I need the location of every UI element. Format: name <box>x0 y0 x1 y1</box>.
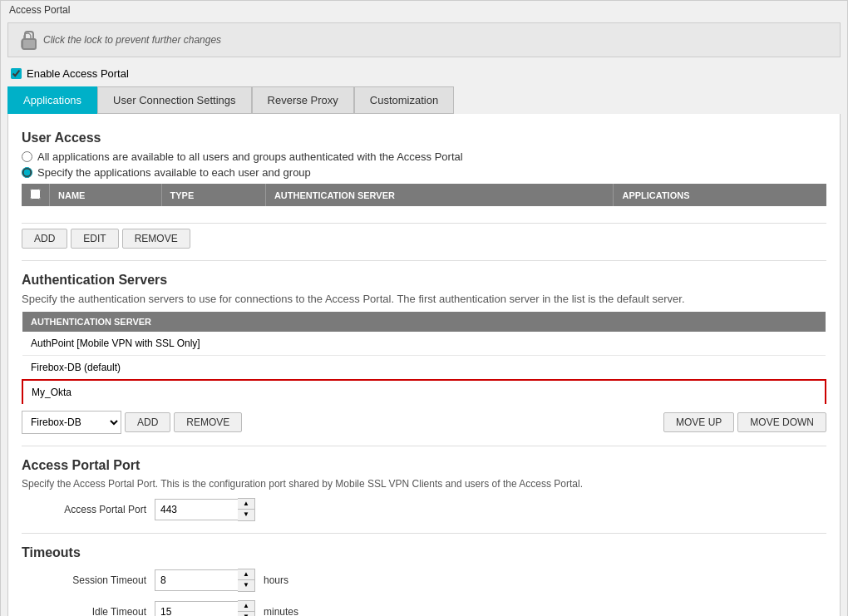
radio-all-apps: All applications are available to all us… <box>22 150 826 163</box>
tab-bar: Applications User Connection Settings Re… <box>7 86 841 114</box>
radio-specify-apps: Specify the applications available to ea… <box>22 166 826 179</box>
auth-row-selected[interactable]: My_Okta <box>22 380 826 404</box>
divider-1 <box>22 260 826 261</box>
auth-servers-section: Authentication Servers Specify the authe… <box>22 273 826 434</box>
enable-label[interactable]: Enable Access Portal <box>27 67 129 80</box>
auth-controls-left: Firebox-DB AuthPoint My_Okta ADD REMOVE <box>22 411 242 434</box>
idle-spin-buttons: ▲ ▼ <box>238 600 255 617</box>
svg-rect-0 <box>22 40 33 48</box>
port-spin-buttons: ▲ ▼ <box>238 498 255 521</box>
user-access-title: User Access <box>22 131 826 145</box>
session-timeout-row: Session Timeout 8 ▲ ▼ hours <box>22 569 826 592</box>
tab-customization[interactable]: Customization <box>354 86 454 114</box>
timeouts-section: Timeouts Session Timeout 8 ▲ ▼ hours Idl… <box>22 545 826 617</box>
auth-remove-button[interactable]: REMOVE <box>174 412 242 432</box>
col-auth-server: AUTHENTICATION SERVER <box>265 184 614 206</box>
col-type: TYPE <box>161 184 265 206</box>
auth-row[interactable]: Firebox-DB (default) <box>22 355 826 380</box>
app-title: Access Portal <box>1 1 847 19</box>
move-up-button[interactable]: MOVE UP <box>663 412 734 432</box>
idle-timeout-input[interactable]: 15 <box>155 601 238 617</box>
port-increment[interactable]: ▲ <box>238 499 254 510</box>
user-access-buttons: ADD EDIT REMOVE <box>22 229 826 249</box>
remove-user-button[interactable]: REMOVE <box>122 229 190 249</box>
idle-increment[interactable]: ▲ <box>238 601 254 612</box>
col-auth-server-header: AUTHENTICATION SERVER <box>22 312 826 332</box>
lock-icon <box>18 30 37 50</box>
divider-2 <box>22 446 826 446</box>
auth-row-fireboxdb: Firebox-DB (default) <box>22 355 826 380</box>
auth-servers-title: Authentication Servers <box>22 273 826 288</box>
radio-all-apps-label: All applications are available to all us… <box>37 150 463 163</box>
radio-specify-apps-label: Specify the applications available to ea… <box>37 166 311 179</box>
port-spin-input: 443 ▲ ▼ <box>155 498 255 521</box>
add-user-button[interactable]: ADD <box>22 229 67 249</box>
col-applications: APPLICATIONS <box>614 184 826 206</box>
auth-servers-table: AUTHENTICATION SERVER AuthPoint [Mobile … <box>22 312 826 404</box>
port-desc: Specify the Access Portal Port. This is … <box>22 478 826 490</box>
divider-3 <box>22 533 826 534</box>
session-timeout-label: Session Timeout <box>47 574 146 586</box>
auth-row[interactable]: AuthPoint [Mobile VPN with SSL Only] <box>22 332 826 356</box>
idle-unit: minutes <box>264 606 298 617</box>
select-all-checkbox[interactable] <box>30 189 41 200</box>
timeouts-title: Timeouts <box>22 545 826 560</box>
auth-row-authpoint: AuthPoint [Mobile VPN with SSL Only] <box>22 332 826 356</box>
tab-reverse-proxy[interactable]: Reverse Proxy <box>252 86 354 114</box>
idle-spin-input: 15 ▲ ▼ <box>155 600 255 617</box>
col-name: NAME <box>50 184 162 206</box>
main-content: User Access All applications are availab… <box>7 114 841 616</box>
session-unit: hours <box>264 574 288 586</box>
auth-controls-right: MOVE UP MOVE DOWN <box>663 412 826 432</box>
user-access-table: NAME TYPE AUTHENTICATION SERVER APPLICAT… <box>22 184 826 224</box>
session-timeout-input[interactable]: 8 <box>155 569 238 591</box>
tab-applications[interactable]: Applications <box>7 86 97 114</box>
move-down-button[interactable]: MOVE DOWN <box>737 412 826 432</box>
edit-user-button[interactable]: EDIT <box>71 229 118 249</box>
port-decrement[interactable]: ▼ <box>238 510 254 520</box>
port-form-row: Access Portal Port 443 ▲ ▼ <box>22 498 826 521</box>
lock-bar-text: Click the lock to prevent further change… <box>43 34 221 46</box>
session-decrement[interactable]: ▼ <box>238 580 254 591</box>
idle-timeout-row: Idle Timeout 15 ▲ ▼ minutes <box>22 600 826 617</box>
radio-all-apps-input[interactable] <box>22 151 32 162</box>
session-increment[interactable]: ▲ <box>238 569 254 580</box>
idle-decrement[interactable]: ▼ <box>238 612 254 617</box>
user-access-section: User Access All applications are availab… <box>22 131 826 249</box>
tab-user-connection-settings[interactable]: User Connection Settings <box>97 86 251 114</box>
enable-row: Enable Access Portal <box>1 61 847 86</box>
lock-bar[interactable]: Click the lock to prevent further change… <box>7 22 841 57</box>
auth-row-myokta: My_Okta <box>22 380 826 404</box>
auth-server-select[interactable]: Firebox-DB AuthPoint My_Okta <box>22 411 121 434</box>
port-label: Access Portal Port <box>47 504 146 515</box>
port-title: Access Portal Port <box>22 458 826 473</box>
auth-servers-desc: Specify the authentication servers to us… <box>22 293 826 305</box>
session-spin-input: 8 ▲ ▼ <box>155 569 255 592</box>
port-input[interactable]: 443 <box>155 499 238 520</box>
radio-specify-apps-input[interactable] <box>22 167 32 178</box>
session-spin-buttons: ▲ ▼ <box>238 569 255 592</box>
idle-timeout-label: Idle Timeout <box>47 606 146 617</box>
auth-add-button[interactable]: ADD <box>125 412 170 432</box>
port-section: Access Portal Port Specify the Access Po… <box>22 458 826 521</box>
enable-checkbox[interactable] <box>11 68 22 79</box>
auth-controls: Firebox-DB AuthPoint My_Okta ADD REMOVE … <box>22 411 826 434</box>
